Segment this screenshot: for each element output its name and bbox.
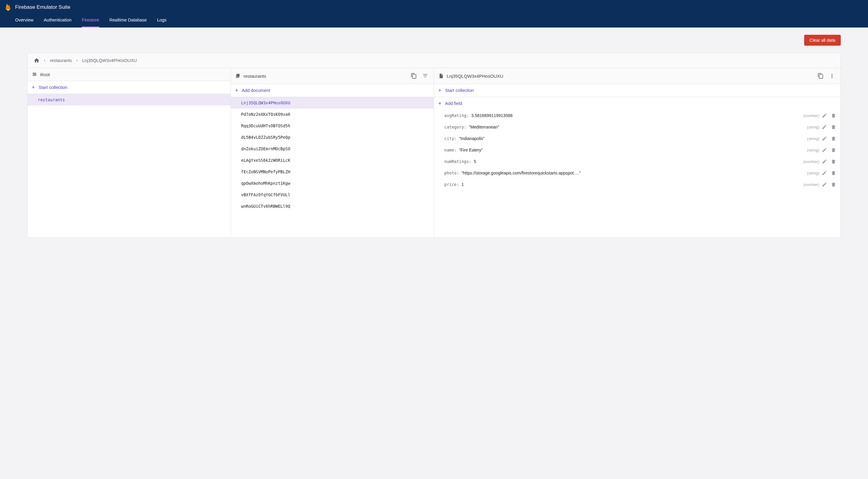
delete-icon[interactable] <box>831 147 836 153</box>
filter-icon[interactable] <box>421 72 430 80</box>
copy-icon[interactable] <box>409 72 418 80</box>
field-value: "Mediterranean" <box>469 125 804 129</box>
chevron-right-icon <box>76 59 79 62</box>
field-value: 1 <box>462 182 801 187</box>
documents-list: Lnj35QLQW3x4PHosOUXUPd7oNz2eXKxTQsKO9va6… <box>231 97 434 237</box>
document-item[interactable]: eLAgYxeSS6k2zWORiLcK <box>231 155 434 166</box>
tab-realtime-database[interactable]: Realtime Database <box>110 13 147 28</box>
field-type: (string) <box>807 148 819 152</box>
tab-authentication[interactable]: Authentication <box>43 13 71 28</box>
field-row: photo:"https://storage.googleapis.com/fi… <box>434 167 840 179</box>
field-type: (string) <box>807 136 819 141</box>
edit-icon[interactable] <box>822 136 827 141</box>
chevron-right-icon <box>43 59 46 62</box>
delete-icon[interactable] <box>831 136 836 141</box>
delete-icon[interactable] <box>831 159 836 164</box>
home-icon[interactable] <box>34 58 40 64</box>
documents-column: restaurants + Add document Lnj35QLQW3x4P… <box>231 68 434 237</box>
fields-column: Lnj35QLQW3x4PHosOUXU + Start collection … <box>434 68 840 237</box>
start-collection-label: Start collection <box>39 85 67 90</box>
document-item[interactable]: Pd7oNz2eXKxTQsKO9va6 <box>231 109 434 120</box>
firestore-panel: restaurants Lnj35QLQW3x4PHosOUXU Root + … <box>27 53 841 238</box>
document-item[interactable]: Lnj35QLQW3x4PHosOUXU <box>231 97 434 109</box>
more-vert-icon[interactable] <box>828 72 836 80</box>
field-key: numRatings: <box>444 159 471 164</box>
document-item[interactable]: Rqq3DcuUdHTsOBfOSd5h <box>231 120 434 132</box>
field-row: price:1(number) <box>434 179 840 190</box>
start-collection-label: Start collection <box>445 88 474 93</box>
add-field-label: Add field <box>445 101 462 106</box>
field-row: avgRating:3.5816899119913588(number) <box>434 110 840 121</box>
copy-icon[interactable] <box>816 72 825 80</box>
document-item[interactable]: qpOwXmohoMhKpnzt1Kgw <box>231 177 434 189</box>
field-value: "Indianapolis" <box>459 136 805 141</box>
add-document-label: Add document <box>242 88 270 93</box>
documents-column-title: restaurants <box>244 73 407 79</box>
fields-column-title: Lnj35QLQW3x4PHosOUXU <box>447 73 813 79</box>
database-icon <box>32 72 37 77</box>
edit-icon[interactable] <box>822 159 827 164</box>
plus-icon: + <box>438 88 441 93</box>
edit-icon[interactable] <box>822 124 827 130</box>
plus-icon: + <box>32 85 35 90</box>
breadcrumb-document[interactable]: Lnj35QLQW3x4PHosOUXU <box>82 58 137 63</box>
root-column: Root + Start collection restaurants <box>28 68 231 237</box>
field-row: category:"Mediterranean"(string) <box>434 121 840 133</box>
field-key: category: <box>444 125 466 129</box>
collection-item[interactable]: restaurants <box>28 94 230 106</box>
page-toolbar: Clear all data <box>0 28 868 46</box>
tab-firestore[interactable]: Firestore <box>82 13 99 28</box>
collection-icon <box>235 73 241 79</box>
field-value: "https://storage.googleapis.com/firestor… <box>462 171 805 175</box>
fields-list: avgRating:3.5816899119913588(number)cate… <box>434 110 840 237</box>
delete-icon[interactable] <box>831 113 836 118</box>
clear-all-data-button[interactable]: Clear all data <box>804 35 841 46</box>
field-type: (string) <box>807 171 819 175</box>
add-field-button[interactable]: + Add field <box>434 97 840 110</box>
document-item[interactable]: fEcZoNSVMNoPefyPBLZH <box>231 166 434 177</box>
app-title: Firebase Emulator Suite <box>15 4 70 10</box>
field-row: name:"Fire Eatery"(string) <box>434 144 840 156</box>
delete-icon[interactable] <box>831 170 836 176</box>
tab-overview[interactable]: Overview <box>15 13 33 28</box>
document-item[interactable]: dnZokuiZOEmrnMOcBpSO <box>231 143 434 155</box>
field-type: (number) <box>803 159 819 164</box>
start-collection-button[interactable]: + Start collection <box>434 84 840 97</box>
delete-icon[interactable] <box>831 182 836 187</box>
field-type: (number) <box>803 113 819 118</box>
delete-icon[interactable] <box>831 124 836 130</box>
nav-tabs: OverviewAuthenticationFirestoreRealtime … <box>5 13 863 28</box>
field-value: 3.5816899119913588 <box>471 113 801 118</box>
field-key: price: <box>444 182 459 187</box>
document-item[interactable]: wnRoGUiCTv6hRBWELl9Q <box>231 201 434 212</box>
add-document-button[interactable]: + Add document <box>231 84 434 97</box>
root-column-title: Root <box>40 72 226 77</box>
edit-icon[interactable] <box>822 170 827 176</box>
edit-icon[interactable] <box>822 182 827 187</box>
breadcrumb: restaurants Lnj35QLQW3x4PHosOUXU <box>28 53 840 68</box>
edit-icon[interactable] <box>822 113 827 118</box>
plus-icon: + <box>235 88 239 93</box>
field-type: (string) <box>807 125 819 129</box>
plus-icon: + <box>438 101 441 106</box>
firebase-logo-icon <box>5 3 11 11</box>
breadcrumb-collection[interactable]: restaurants <box>50 58 72 63</box>
field-row: numRatings:5(number) <box>434 156 840 167</box>
field-row: city:"Indianapolis"(string) <box>434 133 840 144</box>
field-type: (number) <box>803 182 819 187</box>
field-value: "Fire Eatery" <box>459 147 805 152</box>
field-key: avgRating: <box>444 113 469 118</box>
tab-logs[interactable]: Logs <box>157 13 166 28</box>
field-key: city: <box>444 136 457 141</box>
document-icon <box>438 73 444 79</box>
field-key: photo: <box>444 171 459 175</box>
field-value: 5 <box>474 159 801 164</box>
document-item[interactable]: vBXfFAzOfqYGCfbFVULl <box>231 189 434 201</box>
document-item[interactable]: dL5B4vLDZZubSRy5PeQp <box>231 132 434 143</box>
collections-list: restaurants <box>28 94 230 237</box>
app-header: Firebase Emulator Suite OverviewAuthenti… <box>0 0 868 28</box>
edit-icon[interactable] <box>822 147 827 153</box>
start-collection-button[interactable]: + Start collection <box>28 81 230 94</box>
field-key: name: <box>444 147 457 152</box>
